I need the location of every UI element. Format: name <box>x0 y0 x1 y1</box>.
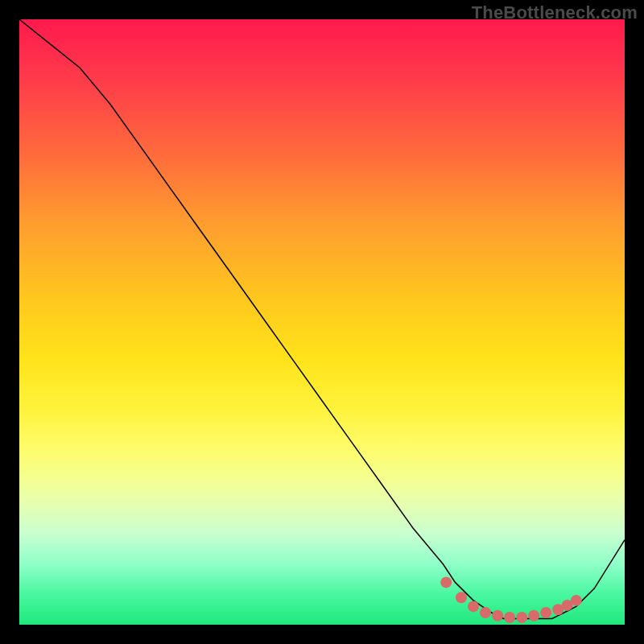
highlight-dot <box>456 592 467 603</box>
chart-stage: TheBottleneck.com <box>0 0 644 644</box>
highlight-dot <box>440 576 452 588</box>
highlight-dot <box>516 612 527 623</box>
highlight-dot <box>528 610 539 621</box>
highlight-dot <box>492 610 503 621</box>
highlight-dot <box>540 607 551 618</box>
highlight-dots <box>440 576 582 623</box>
highlight-dot <box>571 595 582 606</box>
plot-area <box>19 19 625 625</box>
main-curve <box>19 19 625 619</box>
highlight-dot <box>468 601 479 612</box>
highlight-dot <box>504 612 515 623</box>
highlight-dot <box>480 607 491 618</box>
curve-layer <box>19 19 625 625</box>
